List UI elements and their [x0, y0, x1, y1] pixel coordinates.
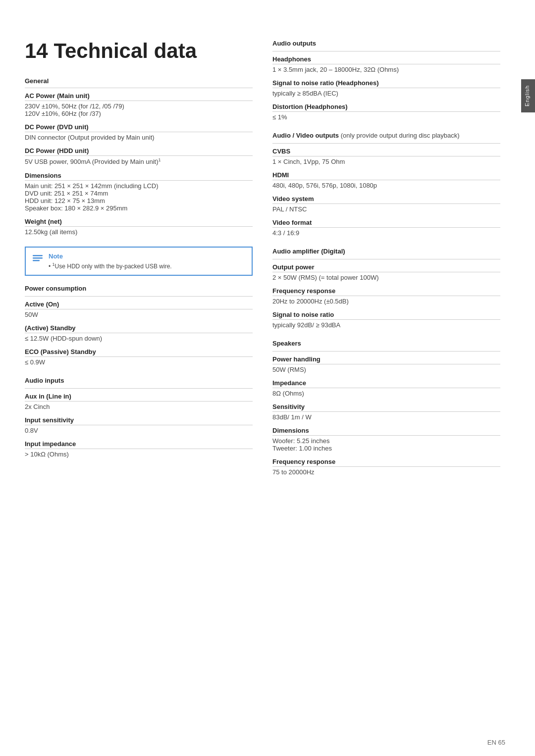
sensitivity-label: Sensitivity: [272, 401, 500, 412]
speakers-heading: Speakers: [272, 340, 500, 347]
divider: [272, 51, 500, 51]
speaker-dimensions-section: Dimensions Woofer: 5.25 inchesTweeter: 1…: [272, 425, 500, 454]
active-standby-value: ≤ 12.5W (HDD-spun down): [25, 333, 253, 344]
dimensions-value: Main unit: 251 × 251 × 142mm (including …: [25, 181, 253, 214]
input-sensitivity-section: Input sensitivity 0.8V: [25, 414, 253, 436]
snr-amp-label: Signal to noise ratio: [272, 309, 500, 320]
hdmi-label: HDMI: [272, 169, 500, 180]
divider: [25, 296, 253, 297]
video-format-value: 4:3 / 16:9: [272, 228, 500, 239]
output-power-value: 2 × 50W (RMS) (= total power 100W): [272, 272, 500, 283]
snr-headphones-section: Signal to noise ratio (Headphones) typic…: [272, 77, 500, 99]
note-box: Note • 1Use HDD only with the by-packed …: [25, 247, 253, 276]
audio-inputs-heading: Audio inputs: [25, 377, 253, 384]
svg-rect-1: [33, 257, 43, 259]
eco-standby-label: ECO (Passive) Standby: [25, 346, 253, 357]
power-consumption-heading: Power consumption: [25, 285, 253, 292]
input-impedance-value: > 10kΩ (Ohms): [25, 449, 253, 460]
right-column: Audio outputs Headphones 1 × 3.5mm jack,…: [272, 40, 500, 716]
active-standby-label: (Active) Standby: [25, 322, 253, 333]
dc-power-hdd-label: DC Power (HDD unit): [25, 145, 253, 156]
video-format-section: Video format 4:3 / 16:9: [272, 217, 500, 239]
sensitivity-section: Sensitivity 83dB/ 1m / W: [272, 401, 500, 423]
ac-power-label: AC Power (Main unit): [25, 90, 253, 101]
ac-power-section: AC Power (Main unit) 230V ±10%, 50Hz (fo…: [25, 90, 253, 119]
cvbs-section: CVBS 1 × Cinch, 1Vpp, 75 Ohm: [272, 146, 500, 167]
power-handling-label: Power handling: [272, 353, 500, 364]
dimensions-section: Dimensions Main unit: 251 × 251 × 142mm …: [25, 170, 253, 214]
eco-standby-section: ECO (Passive) Standby ≤ 0.9W: [25, 346, 253, 368]
svg-rect-0: [33, 255, 43, 256]
power-handling-value: 50W (RMS): [272, 364, 500, 375]
output-power-label: Output power: [272, 261, 500, 272]
sensitivity-value: 83dB/ 1m / W: [272, 412, 500, 423]
active-standby-section: (Active) Standby ≤ 12.5W (HDD-spun down): [25, 322, 253, 344]
speaker-dimensions-value: Woofer: 5.25 inchesTweeter: 1.00 inches: [272, 436, 500, 454]
dc-power-dvd-section: DC Power (DVD unit) DIN connector (Outpu…: [25, 121, 253, 143]
input-sensitivity-value: 0.8V: [25, 425, 253, 436]
active-on-label: Active (On): [25, 299, 253, 309]
freq-response-amp-label: Frequency response: [272, 285, 500, 296]
power-handling-section: Power handling 50W (RMS): [272, 353, 500, 375]
snr-amp-section: Signal to noise ratio typically 92dB/ ≥ …: [272, 309, 500, 331]
input-impedance-label: Input impedance: [25, 438, 253, 449]
note-title: Note: [49, 252, 172, 260]
audio-video-note: (only provide output during disc playbac…: [341, 132, 460, 139]
note-text: • 1Use HDD only with the by-packed USB w…: [49, 262, 172, 270]
input-impedance-section: Input impedance > 10kΩ (Ohms): [25, 438, 253, 460]
distortion-headphones-section: Distortion (Headphones) ≤ 1%: [272, 101, 500, 123]
divider: [272, 351, 500, 352]
note-icon: [33, 253, 44, 264]
freq-response-amp-section: Frequency response 20Hz to 20000Hz (±0.5…: [272, 285, 500, 307]
ac-power-value: 230V ±10%, 50Hz (for /12, /05 /79)120V ±…: [25, 101, 253, 119]
side-tab: English: [521, 79, 535, 112]
audio-video-heading: Audio / Video outputs (only provide outp…: [272, 132, 500, 139]
aux-in-section: Aux in (Line in) 2x Cinch: [25, 391, 253, 412]
dc-power-hdd-value: 5V USB power, 900mA (Provided by Main un…: [25, 156, 253, 167]
active-on-section: Active (On) 50W: [25, 299, 253, 320]
hdmi-value: 480i, 480p, 576i, 576p, 1080i, 1080p: [272, 180, 500, 191]
cvbs-value: 1 × Cinch, 1Vpp, 75 Ohm: [272, 156, 500, 167]
active-on-value: 50W: [25, 309, 253, 320]
hdmi-section: HDMI 480i, 480p, 576i, 576p, 1080i, 1080…: [272, 169, 500, 191]
impedance-label: Impedance: [272, 377, 500, 388]
page-container: English 14 Technical data General AC Pow…: [0, 0, 535, 756]
aux-in-value: 2x Cinch: [25, 402, 253, 412]
dc-power-dvd-label: DC Power (DVD unit): [25, 121, 253, 132]
page-footer: EN 65: [487, 739, 505, 746]
distortion-headphones-label: Distortion (Headphones): [272, 101, 500, 112]
impedance-value: 8Ω (Ohms): [272, 388, 500, 399]
freq-response-speaker-section: Frequency response 75 to 20000Hz: [272, 456, 500, 478]
snr-headphones-label: Signal to noise ratio (Headphones): [272, 77, 500, 88]
headphones-label: Headphones: [272, 53, 500, 64]
note-content: Note • 1Use HDD only with the by-packed …: [49, 252, 172, 270]
speaker-dimensions-label: Dimensions: [272, 425, 500, 436]
eco-standby-value: ≤ 0.9W: [25, 357, 253, 368]
snr-headphones-value: typically ≥ 85dBA (IEC): [272, 88, 500, 99]
left-column: 14 Technical data General AC Power (Main…: [25, 40, 253, 716]
video-format-label: Video format: [272, 217, 500, 228]
snr-amp-value: typically 92dB/ ≥ 93dBA: [272, 320, 500, 331]
freq-response-amp-value: 20Hz to 20000Hz (±0.5dB): [272, 296, 500, 307]
weight-value: 12.50kg (all items): [25, 227, 253, 238]
video-system-label: Video system: [272, 193, 500, 204]
svg-rect-2: [33, 260, 40, 261]
weight-label: Weight (net): [25, 216, 253, 227]
dc-power-dvd-value: DIN connector (Output provided by Main u…: [25, 132, 253, 143]
dc-power-hdd-section: DC Power (HDD unit) 5V USB power, 900mA …: [25, 145, 253, 167]
impedance-section: Impedance 8Ω (Ohms): [272, 377, 500, 399]
input-sensitivity-label: Input sensitivity: [25, 414, 253, 425]
headphones-section: Headphones 1 × 3.5mm jack, 20 – 18000Hz,…: [272, 53, 500, 75]
dimensions-label: Dimensions: [25, 170, 253, 181]
freq-response-speaker-label: Frequency response: [272, 456, 500, 467]
divider: [25, 388, 253, 389]
divider: [25, 88, 253, 88]
video-system-section: Video system PAL / NTSC: [272, 193, 500, 215]
cvbs-label: CVBS: [272, 146, 500, 156]
distortion-headphones-value: ≤ 1%: [272, 112, 500, 123]
content-wrapper: 14 Technical data General AC Power (Main…: [0, 20, 535, 736]
weight-section: Weight (net) 12.50kg (all items): [25, 216, 253, 238]
video-system-value: PAL / NTSC: [272, 204, 500, 215]
freq-response-speaker-value: 75 to 20000Hz: [272, 467, 500, 478]
general-heading: General: [25, 77, 253, 85]
